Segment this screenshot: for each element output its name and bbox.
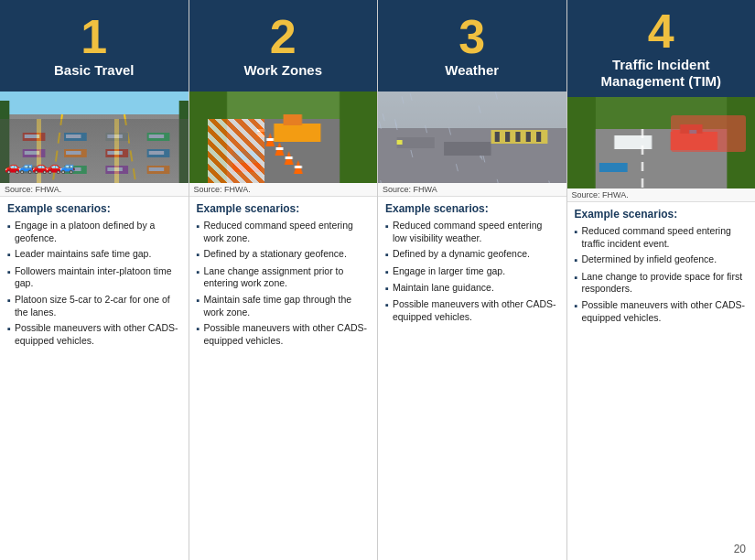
list-item: Platoon size 5-car to 2-car for one of t…	[7, 294, 181, 318]
col3-header: 3 Weather	[378, 0, 566, 92]
list-item: Defined by a stationary geofence.	[197, 248, 371, 261]
list-item: Possible maneuvers with other CADS-equip…	[575, 299, 749, 324]
col3-source: Source: FHWA	[378, 183, 566, 197]
column-work-zones: 2 Work Zones Source: FHWA. Example scena…	[189, 0, 379, 560]
column-basic-travel: 1 Basic Travel Source: FHWA. Example sce…	[0, 0, 189, 560]
list-item: Lane change assignment prior to entering…	[197, 265, 371, 290]
col2-header: 2 Work Zones	[189, 0, 378, 92]
list-item: Leader maintains safe time gap.	[7, 248, 181, 261]
col4-header: 4 Traffic Incident Management (TIM)	[567, 0, 756, 97]
list-item: Lane change to provide space for first r…	[575, 271, 749, 296]
list-item: Defined by a dynamic geofence.	[385, 248, 559, 261]
list-item: Possible maneuvers with other CADS-equip…	[197, 322, 371, 347]
column-tim: 4 Traffic Incident Management (TIM) Sour…	[567, 0, 756, 560]
main-container: 1 Basic Travel Source: FHWA. Example sce…	[0, 0, 755, 560]
list-item: Maintain safe time gap through the work …	[197, 294, 371, 318]
list-item: Engage in larger time gap.	[385, 265, 559, 278]
col2-example-heading: Example scenarios:	[197, 202, 371, 215]
col2-image	[189, 92, 378, 183]
col4-content: Example scenarios: Reduced command speed…	[567, 202, 756, 560]
col4-title: Traffic Incident Management (TIM)	[573, 57, 750, 90]
col1-title: Basic Travel	[54, 62, 135, 79]
col3-title: Weather	[445, 62, 499, 79]
col2-source: Source: FHWA.	[189, 183, 378, 197]
col3-content: Example scenarios: Reduced command speed…	[378, 197, 566, 560]
col2-title: Work Zones	[243, 62, 322, 79]
col3-image	[378, 92, 566, 183]
col1-example-heading: Example scenarios:	[7, 202, 181, 215]
work-zones-canvas	[189, 92, 378, 183]
list-item: Possible maneuvers with other CADS-equip…	[7, 322, 181, 347]
column-weather: 3 Weather Source: FHWA Example scenarios…	[378, 0, 567, 560]
col1-content: Example scenarios: Engage in a platoon d…	[0, 197, 189, 560]
col3-bullet-list: Reduced command speed entering low visib…	[385, 220, 559, 323]
col1-bullet-list: Engage in a platoon defined by a geofenc…	[7, 220, 181, 347]
col4-example-heading: Example scenarios:	[575, 208, 749, 221]
list-item: Engage in a platoon defined by a geofenc…	[7, 220, 181, 244]
col1-header: 1 Basic Travel	[0, 0, 189, 92]
page-number: 20	[734, 543, 746, 555]
col4-image	[567, 97, 756, 188]
list-item: Determined by infield geofence.	[575, 253, 749, 266]
col1-number: 1	[81, 13, 107, 60]
col3-example-heading: Example scenarios:	[385, 202, 559, 215]
list-item: Reduced command speed entering traffic i…	[575, 225, 749, 250]
col2-number: 2	[270, 13, 297, 60]
list-item: Possible maneuvers with other CADS-equip…	[385, 298, 559, 323]
col1-source: Source: FHWA.	[0, 183, 189, 197]
col3-number: 3	[458, 13, 485, 60]
col4-bullet-list: Reduced command speed entering traffic i…	[575, 225, 749, 324]
basic-travel-canvas	[0, 92, 189, 183]
col4-source: Source: FHWA.	[567, 188, 756, 202]
list-item: Followers maintain inter-platoon time ga…	[7, 265, 181, 290]
col2-bullet-list: Reduced command speed entering work zone…	[197, 220, 371, 347]
weather-canvas	[378, 92, 566, 183]
list-item: Reduced command speed entering work zone…	[197, 220, 371, 244]
list-item: Maintain lane guidance.	[385, 282, 559, 295]
col2-content: Example scenarios: Reduced command speed…	[189, 197, 378, 560]
list-item: Reduced command speed entering low visib…	[385, 220, 559, 244]
col4-number: 4	[648, 7, 674, 55]
tim-canvas	[567, 97, 756, 188]
col1-image	[0, 92, 189, 183]
